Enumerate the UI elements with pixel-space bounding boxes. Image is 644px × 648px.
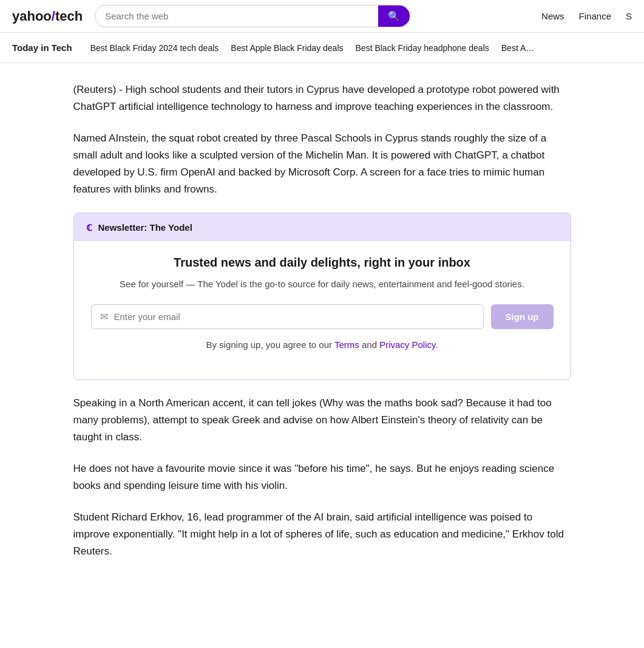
article-paragraph-3: Speaking in a North American accent, it … bbox=[73, 395, 571, 446]
email-icon: ✉ bbox=[100, 311, 108, 322]
article-paragraph-4: He does not have a favourite movie since… bbox=[73, 460, 571, 494]
newsletter-form: ✉ Sign up bbox=[91, 304, 554, 329]
newsletter-header-label: Newsletter: The Yodel bbox=[98, 222, 192, 233]
privacy-link[interactable]: Privacy Policy bbox=[379, 339, 435, 350]
signup-button[interactable]: Sign up bbox=[491, 304, 554, 329]
email-field[interactable] bbox=[114, 312, 475, 322]
article-body: (Reuters) - High school students and the… bbox=[61, 63, 583, 593]
logo-tech: tech bbox=[55, 9, 83, 24]
newsletter-card-body: Trusted news and daily delights, right i… bbox=[74, 241, 571, 380]
subnav-item-apple-bf[interactable]: Best Apple Black Friday deals bbox=[231, 33, 355, 63]
yahoo-y-icon: 𝕔 bbox=[86, 220, 92, 234]
nav-item-finance[interactable]: Finance bbox=[579, 11, 611, 21]
newsletter-disclaimer: By signing up, you agree to our Terms an… bbox=[91, 338, 554, 353]
search-bar: 🔍 bbox=[95, 5, 410, 27]
newsletter-description: See for yourself — The Yodel is the go-t… bbox=[91, 277, 554, 292]
sub-nav: Today in Tech Best Black Friday 2024 tec… bbox=[0, 33, 644, 63]
search-button[interactable]: 🔍 bbox=[378, 5, 410, 27]
newsletter-title: Trusted news and daily delights, right i… bbox=[91, 256, 554, 270]
search-icon: 🔍 bbox=[388, 10, 400, 22]
subnav-item-bf-tech[interactable]: Best Black Friday 2024 tech deals bbox=[90, 33, 231, 63]
article-paragraph-2: Named AInstein, the squat robot created … bbox=[73, 130, 571, 198]
site-logo[interactable]: yahoo/tech bbox=[12, 9, 83, 24]
subnav-item-today-in-tech[interactable]: Today in Tech bbox=[12, 33, 90, 63]
subnav-item-headphone-bf[interactable]: Best Black Friday headphone deals bbox=[356, 33, 501, 63]
logo-yahoo: yahoo bbox=[12, 9, 52, 24]
article-paragraph-1: (Reuters) - High school students and the… bbox=[73, 81, 571, 115]
newsletter-card: 𝕔 Newsletter: The Yodel Trusted news and… bbox=[73, 213, 571, 380]
newsletter-card-header: 𝕔 Newsletter: The Yodel bbox=[74, 213, 571, 241]
search-input[interactable] bbox=[95, 6, 378, 26]
site-header: yahoo/tech 🔍 News Finance S bbox=[0, 0, 644, 33]
subnav-item-more[interactable]: Best A… bbox=[501, 33, 546, 63]
nav-item-news[interactable]: News bbox=[541, 11, 564, 21]
article-paragraph-5: Student Richard Erkhov, 16, lead program… bbox=[73, 509, 571, 560]
header-nav: News Finance S bbox=[541, 11, 632, 21]
terms-link[interactable]: Terms bbox=[334, 339, 359, 350]
nav-item-more[interactable]: S bbox=[626, 11, 632, 21]
email-input-wrapper: ✉ bbox=[91, 304, 484, 329]
